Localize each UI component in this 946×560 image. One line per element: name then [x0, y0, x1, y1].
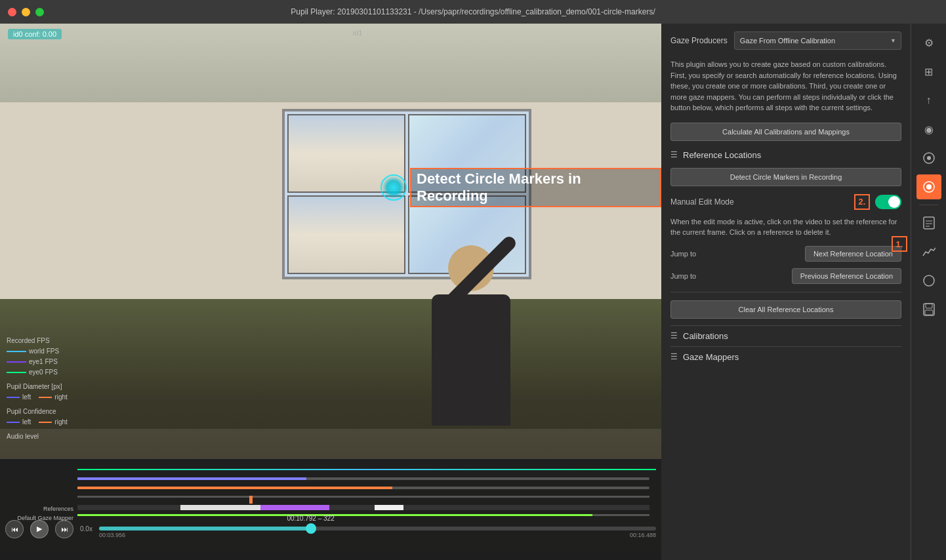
minimize-button[interactable]	[22, 8, 30, 16]
time-left: 00:03.956	[99, 532, 125, 538]
detect-btn[interactable]: Detect Circle Markers in Recording	[670, 168, 901, 186]
sidebar-icon-record[interactable]	[916, 174, 941, 199]
eye1-fps-label: eye1 FPS	[29, 357, 58, 367]
gaze-mapper-track-label: Default Gaze Mapper	[5, 515, 77, 521]
time-labels: 00:03.956 00:16.488	[99, 532, 656, 538]
eye0-fps-label: eye0 FPS	[29, 367, 58, 378]
person-head	[448, 245, 494, 291]
clear-all-btn[interactable]: Clear All Reference Locations	[670, 300, 901, 319]
ref-block-2	[260, 505, 329, 510]
gaze-producers-row: Gaze Producers Gaze From Offline Calibra…	[670, 31, 901, 50]
window-pane-3	[287, 195, 405, 274]
scrubber-fill	[99, 527, 311, 530]
gaze-mappers-title: Gaze Mappers	[683, 352, 739, 362]
references-track: References	[5, 505, 656, 513]
skip-back-button[interactable]: ⏮	[5, 520, 24, 538]
world-fps-line	[7, 351, 26, 352]
play-button[interactable]: ▶	[30, 520, 49, 538]
gaze-circle	[380, 174, 407, 201]
manual-edit-label: Manual Edit Mode	[670, 197, 734, 207]
pupil-diameter-bars: left right	[7, 392, 68, 403]
time-right: 00:16.488	[630, 532, 656, 538]
ref-chevron-icon: ☰	[670, 150, 678, 159]
video-overlay-top: id0 conf: 0.00 id1	[0, 24, 661, 45]
right-panel: Gaze Producers Gaze From Offline Calibra…	[661, 24, 911, 560]
sidebar-icon-trend[interactable]	[916, 239, 941, 264]
gaze-mapper-fill	[77, 514, 592, 516]
num-badge-1: 1.	[892, 236, 907, 252]
svg-point-3	[926, 184, 932, 190]
panel-content: Gaze Producers Gaze From Offline Calibra…	[661, 24, 911, 560]
audio-label: Audio level	[7, 431, 68, 442]
eye0-fps-line	[7, 372, 26, 373]
jump-next-label: Jump to	[670, 250, 696, 258]
sidebar-icon-camera[interactable]	[916, 146, 941, 170]
fps-wave	[77, 469, 656, 470]
gaze-mappers-chevron-icon: ☰	[670, 352, 678, 361]
sidebar-icon-metrics[interactable]: ⊞	[916, 59, 941, 84]
gaze-producers-select-wrapper: Gaze From Offline Calibration	[734, 31, 901, 50]
maximize-button[interactable]	[35, 8, 44, 16]
timeline-tracks: References Default Gaze Mapper	[5, 463, 656, 515]
svg-point-1	[927, 156, 931, 160]
scrubber-track[interactable]	[99, 527, 656, 530]
references-track-label: References	[5, 506, 77, 512]
gaze-marker	[380, 174, 407, 201]
manual-edit-toggle[interactable]	[875, 195, 901, 209]
calculate-btn[interactable]: Calculate All Calibrations and Mappings	[670, 123, 901, 141]
gaze-mappers-header[interactable]: ☰ Gaze Mappers	[670, 346, 901, 367]
sidebar-icon-settings[interactable]: ⚙	[916, 30, 941, 55]
main-area: Detect Circle Markers in Recording id0 c…	[0, 24, 946, 560]
ref-block-3	[375, 505, 403, 510]
person-silhouette	[412, 245, 530, 494]
sidebar-icon-circle[interactable]	[916, 268, 941, 293]
pupil-conf-bars: left right	[7, 417, 68, 428]
pupil-left-fill	[77, 477, 306, 480]
edit-mode-text: When the edit mode is active, click on t…	[670, 216, 901, 238]
pupil-bar	[77, 477, 649, 480]
world-fps-label: world FPS	[29, 346, 59, 357]
recorded-fps-label: Recorded FPS	[7, 336, 50, 346]
conf-badge-right: id1	[353, 29, 363, 39]
window-title: Pupil Player: 20190301101133231 - /Users…	[291, 7, 655, 16]
gaze-mapper-track	[77, 514, 649, 516]
jump-prev-label: Jump to	[670, 272, 696, 280]
reference-locations-title: Reference Locations	[683, 150, 761, 160]
pupil-conf-track	[5, 487, 656, 494]
svg-rect-10	[926, 304, 932, 308]
eye0-fps-row: eye0 FPS	[7, 367, 68, 378]
next-ref-btn[interactable]: Next Reference Location	[805, 246, 901, 262]
sidebar-icon-audio[interactable]: ◉	[916, 117, 941, 142]
close-button[interactable]	[8, 8, 16, 16]
audio-spike	[249, 496, 253, 504]
calibrations-header[interactable]: ☰ Calibrations	[670, 325, 901, 346]
ref-track	[77, 505, 649, 510]
eye1-fps-row: eye1 FPS	[7, 357, 68, 367]
scrubber-container: 00:10.792 – 322 00:03.956 00:16.488	[99, 519, 656, 538]
divider-1	[670, 292, 901, 292]
video-section[interactable]: Detect Circle Markers in Recording id0 c…	[0, 24, 661, 560]
svg-rect-11	[925, 310, 933, 315]
sidebar-icons: ⚙ ⊞ ↑ ◉	[911, 24, 946, 560]
right-label: right	[54, 392, 67, 403]
traffic-lights	[8, 8, 44, 16]
titlebar: Pupil Player: 20190301101133231 - /Users…	[0, 0, 946, 24]
sidebar-icon-document[interactable]	[916, 210, 941, 235]
prev-ref-btn[interactable]: Previous Reference Location	[792, 268, 901, 284]
gaze-producers-select[interactable]: Gaze From Offline Calibration	[734, 31, 901, 50]
calibrations-title: Calibrations	[683, 331, 728, 341]
gaze-producers-value: Gaze From Offline Calibration	[740, 37, 835, 45]
svg-rect-4	[924, 217, 934, 229]
manual-edit-row: Manual Edit Mode 2.	[670, 194, 901, 210]
sidebar-icon-save[interactable]	[916, 297, 941, 322]
svg-point-8	[924, 275, 934, 286]
left-label-2: left	[22, 417, 31, 428]
pupil-conf-label: Pupil Confidence	[7, 407, 68, 417]
toggle-knob	[888, 196, 900, 208]
skip-forward-button[interactable]: ⏭	[55, 520, 73, 538]
world-fps-row: world FPS	[7, 346, 68, 357]
sidebar-divider-1	[919, 205, 939, 205]
conf-badge-left: id0 conf: 0.00	[8, 29, 62, 39]
sidebar-icon-chart[interactable]: ↑	[916, 88, 941, 113]
scrubber-thumb[interactable]	[306, 523, 316, 534]
